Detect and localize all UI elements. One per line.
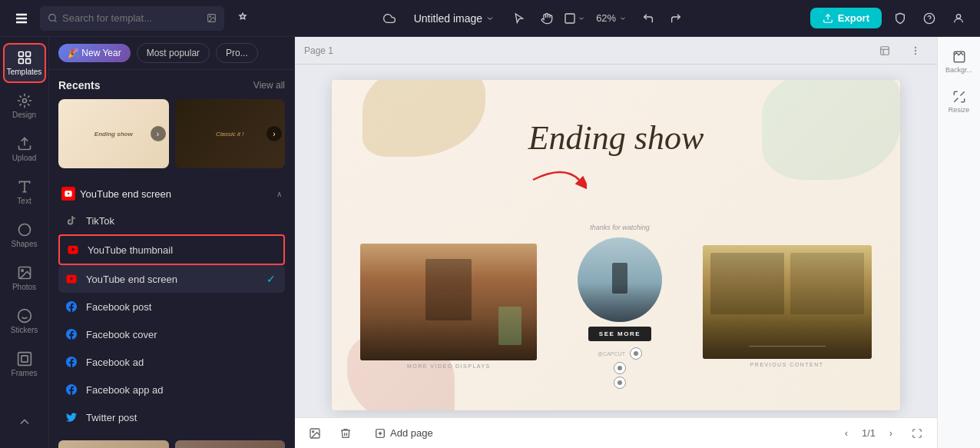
- sidebar-item-frames[interactable]: Frames: [3, 344, 46, 384]
- menu-item-twitter-post[interactable]: Twitter post: [58, 403, 285, 431]
- fb-post-icon: [65, 300, 78, 314]
- youtube-category-title: YouTube end screen: [80, 188, 272, 200]
- app-logo[interactable]: [9, 6, 34, 31]
- canvas-title: Ending show: [528, 118, 704, 158]
- sidebar-templates-label: Templates: [7, 68, 42, 76]
- capcut-label: @CAPCUT: [598, 351, 625, 357]
- canvas-toolbar: Page 1: [295, 37, 937, 65]
- recent-card-1[interactable]: Ending show ›: [58, 99, 169, 168]
- svg-point-5: [210, 16, 211, 18]
- recent-card-2[interactable]: Classic it ! ›: [175, 99, 286, 168]
- canvas-toolbar-right: [872, 38, 928, 63]
- filter-tab-new-year[interactable]: 🎉 New Year: [58, 44, 131, 62]
- yt-thumbnail-label: YouTube thumbnail: [88, 244, 274, 256]
- search-input[interactable]: [62, 12, 202, 24]
- canvas-left-image[interactable]: MORE VIDEO DISPLAYS: [360, 244, 537, 369]
- see-more-button[interactable]: SEE MORE: [588, 327, 651, 341]
- sidebar-item-shapes[interactable]: Shapes: [3, 215, 46, 255]
- canvas-center: thanks for watching SEE MORE @CAPCUT: [578, 224, 662, 389]
- page-number: 1/1: [862, 427, 876, 439]
- resize-btn[interactable]: Resize: [941, 83, 978, 120]
- sidebar-item-stickers[interactable]: Stickers: [3, 301, 46, 341]
- menu-item-facebook-ad[interactable]: Facebook ad: [58, 348, 285, 376]
- view-all-btn[interactable]: View all: [253, 80, 285, 91]
- menu-item-facebook-app-ad[interactable]: Facebook app ad: [58, 376, 285, 403]
- fb-cover-label: Facebook cover: [86, 329, 276, 340]
- select-tool-btn[interactable]: [507, 6, 531, 31]
- next-page-btn[interactable]: ›: [882, 424, 900, 443]
- menu-item-youtube-thumbnail[interactable]: YouTube thumbnail: [58, 234, 285, 265]
- sidebar-frames-label: Frames: [12, 369, 38, 377]
- recents-header: Recents View all: [58, 79, 285, 91]
- undo-btn[interactable]: [636, 6, 661, 31]
- settings-icon-btn[interactable]: [230, 6, 255, 31]
- twitter-icon: [65, 410, 78, 424]
- ctrl-2[interactable]: [614, 362, 626, 374]
- fullscreen-btn[interactable]: [906, 423, 928, 444]
- cloud-save-btn[interactable]: [377, 6, 402, 31]
- fb-cover-icon: [65, 327, 78, 341]
- youtube-category-header[interactable]: YouTube end screen ∧: [58, 181, 285, 207]
- twitter-label: Twitter post: [86, 412, 276, 423]
- filter-tab-pro[interactable]: Pro...: [216, 43, 258, 63]
- canvas-controls: @CAPCUT: [598, 347, 642, 389]
- svg-point-19: [18, 224, 30, 236]
- shield-icon-btn[interactable]: [888, 6, 912, 31]
- icon-sidebar: Templates Design Upload Text Shapes: [0, 37, 49, 448]
- zoom-selector[interactable]: 62%: [590, 9, 633, 27]
- account-icon-btn[interactable]: [946, 6, 971, 31]
- sidebar-item-upload[interactable]: Upload: [3, 129, 46, 169]
- add-page-label: Add page: [390, 427, 433, 439]
- svg-point-3: [49, 15, 56, 22]
- thumbnail-4[interactable]: Classy it !: [175, 440, 286, 448]
- search-bar[interactable]: [40, 6, 224, 31]
- menu-item-tiktok[interactable]: TikTok: [58, 207, 285, 234]
- sidebar-item-text[interactable]: Text: [3, 172, 46, 212]
- delete-btn[interactable]: [335, 423, 356, 444]
- help-icon-btn[interactable]: [917, 6, 942, 31]
- canvas-center-image[interactable]: [578, 237, 662, 322]
- redo-btn[interactable]: [664, 6, 688, 31]
- sidebar-item-templates[interactable]: Templates: [3, 43, 46, 83]
- menu-item-facebook-post[interactable]: Facebook post: [58, 293, 285, 320]
- canvas-frame[interactable]: Ending show MORE VIDEO DISPLAYS: [332, 80, 900, 410]
- tiktok-icon: [65, 214, 78, 227]
- canvas-grid-icon-btn[interactable]: [872, 38, 897, 63]
- sidebar-photos-label: Photos: [12, 283, 36, 291]
- background-btn[interactable]: Backgr...: [941, 43, 978, 80]
- svg-rect-11: [18, 52, 23, 57]
- card-nav-1[interactable]: ›: [151, 126, 166, 141]
- upload-icon: [17, 136, 32, 151]
- sidebar-item-photos[interactable]: Photos: [3, 258, 46, 298]
- export-button[interactable]: Export: [810, 8, 882, 28]
- menu-item-facebook-cover[interactable]: Facebook cover: [58, 320, 285, 348]
- svg-point-31: [915, 47, 915, 48]
- fb-post-label: Facebook post: [86, 301, 276, 313]
- right-panel: Backgr... Resize: [937, 37, 980, 448]
- canvas-right-image[interactable]: PREVIOUS CONTENT: [703, 245, 872, 367]
- sidebar-item-design[interactable]: Design: [3, 86, 46, 126]
- sidebar-collapse-btn[interactable]: [3, 402, 46, 442]
- frame-tool-btn[interactable]: [562, 6, 587, 31]
- add-page-btn[interactable]: Add page: [366, 424, 442, 442]
- fb-app-ad-icon: [65, 383, 78, 397]
- image-search-icon: [207, 13, 217, 23]
- background-label: Backgr...: [945, 66, 972, 74]
- topbar-right: [888, 6, 971, 31]
- screenshot-btn[interactable]: [304, 423, 326, 444]
- zoom-chevron-icon: [619, 15, 627, 22]
- doc-title[interactable]: Untitled image: [414, 12, 495, 25]
- card-nav-2[interactable]: ›: [267, 126, 282, 141]
- ctrl-3[interactable]: [614, 377, 626, 389]
- ctrl-1[interactable]: [630, 347, 642, 360]
- prev-page-btn[interactable]: ‹: [837, 424, 856, 443]
- left-image-label: MORE VIDEO DISPLAYS: [360, 363, 537, 369]
- filter-tab-most-popular[interactable]: Most popular: [137, 43, 210, 63]
- deco-top-right: [762, 80, 900, 180]
- hand-tool-btn[interactable]: [535, 6, 559, 31]
- yt-end-screen-label: YouTube end screen: [86, 274, 259, 285]
- canvas-more-icon-btn[interactable]: [903, 38, 928, 63]
- menu-item-youtube-end-screen[interactable]: YouTube end screen ✓: [58, 265, 285, 293]
- thumbnail-3[interactable]: Beauty & SPA: [58, 440, 169, 448]
- fb-ad-icon: [65, 355, 78, 369]
